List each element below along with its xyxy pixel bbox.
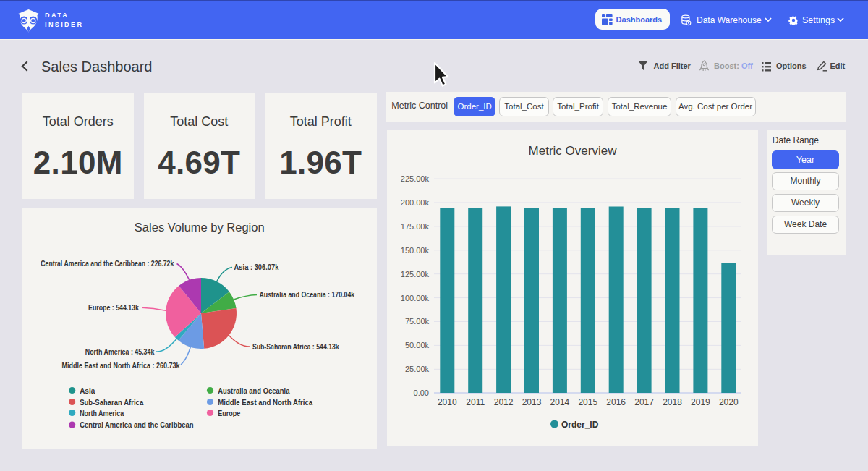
svg-text:225.00k: 225.00k [401,174,430,183]
svg-text:2020: 2020 [719,397,739,407]
svg-text:Europe : 544.13k: Europe : 544.13k [88,303,139,312]
svg-text:North America : 45.34k: North America : 45.34k [85,347,155,356]
svg-text:2015: 2015 [578,397,597,407]
svg-text:2019: 2019 [691,397,710,407]
svg-text:Middle East and North Africa :: Middle East and North Africa : 260.73k [62,361,180,370]
svg-text:50.00k: 50.00k [405,341,430,349]
svg-text:Europe: Europe [218,409,240,417]
svg-text:2012: 2012 [494,397,514,407]
svg-text:2011: 2011 [466,397,485,407]
svg-text:150.00k: 150.00k [401,246,430,255]
svg-text:Australia and Oceania: Australia and Oceania [218,386,290,395]
svg-text:100.00k: 100.00k [401,294,430,302]
svg-text:Asia: Asia [80,386,95,395]
svg-text:2018: 2018 [663,397,682,407]
svg-text:175.00k: 175.00k [401,222,430,231]
svg-text:200.00k: 200.00k [401,198,430,207]
svg-text:Middle East and North Africa: Middle East and North Africa [218,398,313,407]
svg-text:Australia and Oceania : 170.04: Australia and Oceania : 170.04k [260,290,355,299]
svg-text:Central America and the Caribb: Central America and the Caribbean : 226.… [41,259,174,268]
svg-text:25.00k: 25.00k [405,365,430,373]
svg-text:North America: North America [80,409,124,417]
svg-text:Sub-Saharan Africa: Sub-Saharan Africa [80,398,144,407]
svg-text:2017: 2017 [634,397,654,407]
svg-text:2016: 2016 [606,397,626,407]
svg-text:2013: 2013 [522,397,542,407]
svg-text:125.00k: 125.00k [401,270,430,279]
svg-text:Sub-Saharan Africa : 544.13k: Sub-Saharan Africa : 544.13k [252,342,339,351]
svg-text:0.00: 0.00 [414,389,429,397]
svg-text:2010: 2010 [438,397,457,407]
svg-text:75.00k: 75.00k [405,317,430,326]
svg-text:2014: 2014 [550,397,570,407]
svg-text:Asia : 306.07k: Asia : 306.07k [234,263,279,271]
svg-text:Central America and the Caribb: Central America and the Caribbean [80,420,194,429]
svg-text:Order_ID: Order_ID [561,420,599,430]
